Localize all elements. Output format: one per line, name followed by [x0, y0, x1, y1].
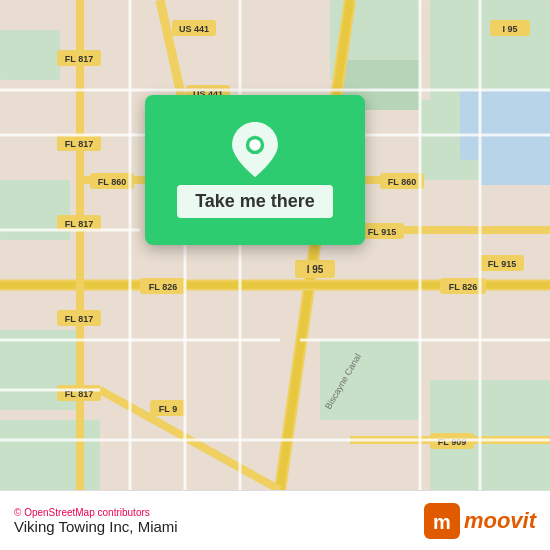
svg-rect-10	[0, 420, 100, 490]
svg-text:FL 826: FL 826	[149, 282, 177, 292]
svg-text:FL 817: FL 817	[65, 139, 93, 149]
svg-text:US 441: US 441	[179, 24, 209, 34]
svg-rect-12	[480, 155, 550, 185]
osm-attribution: © OpenStreetMap contributors	[14, 507, 178, 518]
svg-text:FL 826: FL 826	[449, 282, 477, 292]
location-card[interactable]: Take me there	[145, 95, 365, 245]
svg-text:FL 9: FL 9	[159, 404, 177, 414]
location-name: Viking Towing Inc, Miami	[14, 518, 178, 535]
moovit-icon: m	[424, 503, 460, 539]
moovit-logo: m moovit	[424, 503, 536, 539]
svg-text:FL 817: FL 817	[65, 54, 93, 64]
svg-rect-11	[460, 90, 550, 160]
svg-text:FL 817: FL 817	[65, 314, 93, 324]
map-view: I 95 FL 826 FL 826 FL 817 FL 817 FL 817 …	[0, 0, 550, 490]
svg-point-71	[249, 139, 260, 150]
svg-rect-5	[0, 30, 60, 80]
take-me-there-button[interactable]: Take me there	[177, 185, 333, 218]
svg-rect-8	[320, 340, 420, 420]
svg-rect-2	[430, 0, 550, 100]
svg-text:FL 915: FL 915	[368, 227, 396, 237]
svg-text:FL 860: FL 860	[98, 177, 126, 187]
bottom-bar: © OpenStreetMap contributors Viking Towi…	[0, 490, 550, 550]
map-svg: I 95 FL 826 FL 826 FL 817 FL 817 FL 817 …	[0, 0, 550, 490]
moovit-text: moovit	[464, 508, 536, 534]
svg-text:FL 817: FL 817	[65, 219, 93, 229]
svg-text:m: m	[433, 511, 451, 533]
svg-text:FL 915: FL 915	[488, 259, 516, 269]
location-pin-icon	[230, 122, 280, 177]
svg-text:I 95: I 95	[502, 24, 517, 34]
svg-text:I 95: I 95	[307, 264, 324, 275]
svg-text:FL 860: FL 860	[388, 177, 416, 187]
bottom-left-info: © OpenStreetMap contributors Viking Towi…	[14, 507, 178, 535]
